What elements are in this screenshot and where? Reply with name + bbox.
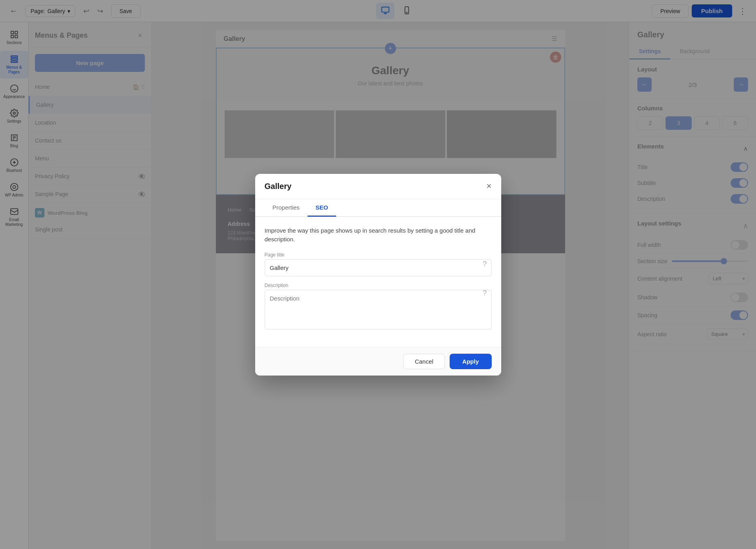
modal-overlay: Gallery × Properties SEO Improve the way…	[0, 0, 756, 549]
page-title-help-icon[interactable]: ?	[483, 260, 487, 268]
modal-header: Gallery ×	[255, 174, 501, 199]
modal-tab-seo[interactable]: SEO	[308, 199, 336, 217]
modal-description: Improve the way this page shows up in se…	[265, 226, 492, 244]
description-field: Description ?	[265, 283, 492, 331]
modal-footer: Cancel Apply	[255, 347, 501, 376]
page-title-field: Page title ?	[265, 252, 492, 276]
description-textarea[interactable]	[265, 290, 492, 329]
modal-close-button[interactable]: ×	[487, 182, 492, 191]
cancel-button[interactable]: Cancel	[403, 354, 445, 369]
modal: Gallery × Properties SEO Improve the way…	[255, 174, 501, 376]
page-title-input[interactable]	[265, 259, 492, 276]
modal-body: Improve the way this page shows up in se…	[255, 217, 501, 347]
description-help-icon[interactable]: ?	[483, 289, 487, 297]
page-title-label: Page title	[265, 252, 492, 258]
modal-title: Gallery	[265, 182, 292, 191]
modal-tab-properties[interactable]: Properties	[265, 199, 308, 217]
description-label: Description	[265, 283, 492, 288]
apply-button[interactable]: Apply	[450, 354, 492, 369]
modal-tabs: Properties SEO	[255, 199, 501, 217]
